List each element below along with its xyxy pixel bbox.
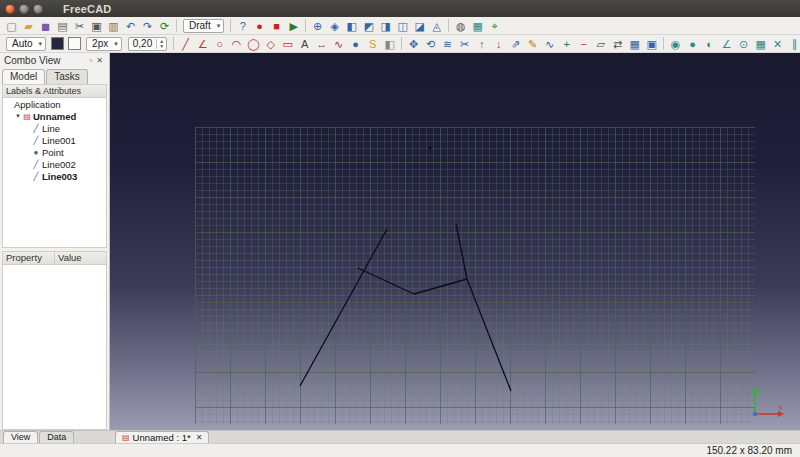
face-color-swatch[interactable] xyxy=(51,37,64,50)
tree-item-unnamed[interactable]: ▾▤Unnamed xyxy=(3,110,106,122)
draft-shape2dview-icon[interactable]: ▱ xyxy=(592,36,609,52)
draft-draft2sketch-icon[interactable]: ⇄ xyxy=(609,36,626,52)
macro-stop-icon[interactable]: ■ xyxy=(268,18,285,34)
draft-bspline-icon[interactable]: ∿ xyxy=(330,36,347,52)
redo-icon[interactable]: ↷ xyxy=(139,18,156,34)
draft-dimension-icon[interactable]: ↔ xyxy=(313,36,330,52)
panel-float-icon[interactable]: ▫ xyxy=(87,56,94,65)
measure-distance-icon[interactable]: ⌖ xyxy=(486,18,503,34)
copy-icon[interactable]: ▣ xyxy=(88,18,105,34)
tree-column-header[interactable]: Labels & Attributes xyxy=(2,84,107,98)
draft-line-2[interactable] xyxy=(414,279,467,294)
tab-model[interactable]: Model xyxy=(2,69,45,84)
draft-shapestring-icon[interactable]: S xyxy=(364,36,381,52)
tree-item-line003[interactable]: ╱Line003 xyxy=(3,170,106,182)
draft-line-1[interactable] xyxy=(358,268,414,294)
snap-endpoint-icon[interactable]: ● xyxy=(684,36,701,52)
document-tab-unnamed[interactable]: ▤ Unnamed : 1* ✕ xyxy=(115,431,209,443)
draft-point[interactable] xyxy=(428,146,431,149)
snap-angle-icon[interactable]: ∠ xyxy=(718,36,735,52)
line-color-swatch[interactable] xyxy=(68,37,81,50)
macro-record-icon[interactable]: ● xyxy=(251,18,268,34)
draft-offset-icon[interactable]: ≋ xyxy=(439,36,456,52)
maximize-button[interactable] xyxy=(33,4,43,14)
minimize-button[interactable] xyxy=(19,4,29,14)
3d-viewport[interactable]: x y xyxy=(110,53,800,430)
view-bottom-icon[interactable]: ◪ xyxy=(411,18,428,34)
property-column-header[interactable]: Property xyxy=(3,252,54,264)
view-left-icon[interactable]: ◬ xyxy=(428,18,445,34)
draft-wire-to-bspline-icon[interactable]: ∿ xyxy=(541,36,558,52)
draft-rotate-icon[interactable]: ⟲ xyxy=(422,36,439,52)
draft-line-0[interactable] xyxy=(300,229,387,386)
x-axis-label: x xyxy=(779,404,783,411)
tab-tasks[interactable]: Tasks xyxy=(46,69,88,84)
tab-view[interactable]: View xyxy=(3,431,38,443)
tree-item-line[interactable]: ╱Line xyxy=(3,122,106,134)
close-icon[interactable]: ✕ xyxy=(196,433,203,442)
snap-lock-icon[interactable]: ◉ xyxy=(667,36,684,52)
draft-line-icon[interactable]: ╱ xyxy=(177,36,194,52)
draft-ellipse-icon[interactable]: ◯ xyxy=(245,36,262,52)
draft-autogroup-button[interactable]: Auto ▾ xyxy=(6,37,46,51)
view-right-icon[interactable]: ◨ xyxy=(377,18,394,34)
snap-grid-icon[interactable]: ▦ xyxy=(752,36,769,52)
draft-scale-icon[interactable]: ⇗ xyxy=(507,36,524,52)
value-column-header[interactable]: Value xyxy=(54,252,106,264)
view-fit-all-icon[interactable]: ⊕ xyxy=(309,18,326,34)
draft-downgrade-icon[interactable]: ↓ xyxy=(490,36,507,52)
draft-wire-icon[interactable]: ∠ xyxy=(194,36,211,52)
tree-item-line001[interactable]: ╱Line001 xyxy=(3,134,106,146)
line-width-selector[interactable]: 2px ▾ xyxy=(86,37,122,51)
draft-line-4[interactable] xyxy=(467,279,511,391)
view-top-icon[interactable]: ◩ xyxy=(360,18,377,34)
snap-intersection-icon[interactable]: ✕ xyxy=(769,36,786,52)
paste-icon[interactable]: ▥ xyxy=(105,18,122,34)
property-table-header: Property Value xyxy=(2,251,107,265)
file-new-icon[interactable]: ▢ xyxy=(3,18,20,34)
snap-midpoint-icon[interactable]: ◐ xyxy=(701,36,718,52)
view-front-icon[interactable]: ◧ xyxy=(343,18,360,34)
draft-circle-icon[interactable]: ○ xyxy=(211,36,228,52)
file-save-icon[interactable]: ◼ xyxy=(37,18,54,34)
draft-point-icon[interactable]: ● xyxy=(347,36,364,52)
expander-icon[interactable]: ▾ xyxy=(14,112,22,120)
view-rear-icon[interactable]: ◫ xyxy=(394,18,411,34)
view-isometric-icon[interactable]: ◈ xyxy=(326,18,343,34)
cut-icon[interactable]: ✂ xyxy=(71,18,88,34)
draft-array-icon[interactable]: ▦ xyxy=(626,36,643,52)
property-table-body[interactable] xyxy=(2,265,107,430)
draft-text-icon[interactable]: A xyxy=(296,36,313,52)
draft-arc-icon[interactable]: ◠ xyxy=(228,36,245,52)
refresh-icon[interactable]: ⟳ xyxy=(156,18,173,34)
close-button[interactable] xyxy=(5,4,15,14)
draft-polygon-icon[interactable]: ◇ xyxy=(262,36,279,52)
workbench-selector[interactable]: Draft ▾ xyxy=(183,19,224,33)
panel-close-icon[interactable]: ✕ xyxy=(94,56,105,65)
snap-center-icon[interactable]: ⊙ xyxy=(735,36,752,52)
tree-item-application[interactable]: Application xyxy=(3,98,106,110)
draft-facebinder-icon[interactable]: ◧ xyxy=(381,36,398,52)
draw-style-icon[interactable]: ◍ xyxy=(452,18,469,34)
print-icon[interactable]: ▤ xyxy=(54,18,71,34)
scale-spinbox[interactable]: 0,20 ▲▼ xyxy=(128,37,167,51)
draft-trim-icon[interactable]: ✂ xyxy=(456,36,473,52)
draft-clone-icon[interactable]: ▣ xyxy=(643,36,660,52)
draft-upgrade-icon[interactable]: ↑ xyxy=(473,36,490,52)
spinbox-arrows-icon[interactable]: ▲▼ xyxy=(156,39,166,49)
whats-this-icon[interactable]: ? xyxy=(234,18,251,34)
undo-icon[interactable]: ↶ xyxy=(122,18,139,34)
draft-delete-point-icon[interactable]: − xyxy=(575,36,592,52)
tree-item-line002[interactable]: ╱Line002 xyxy=(3,158,106,170)
draft-rectangle-icon[interactable]: ▭ xyxy=(279,36,296,52)
draft-edit-icon[interactable]: ✎ xyxy=(524,36,541,52)
macro-execute-icon[interactable]: ▶ xyxy=(285,18,302,34)
snap-parallel-icon[interactable]: ∥ xyxy=(786,36,800,52)
draft-line-3[interactable] xyxy=(456,224,467,279)
file-open-icon[interactable]: ▰ xyxy=(20,18,37,34)
draft-move-icon[interactable]: ✥ xyxy=(405,36,422,52)
selection-view-icon[interactable]: ▦ xyxy=(469,18,486,34)
tab-data[interactable]: Data xyxy=(39,431,74,443)
draft-add-point-icon[interactable]: + xyxy=(558,36,575,52)
tree-item-point[interactable]: ●Point xyxy=(3,146,106,158)
